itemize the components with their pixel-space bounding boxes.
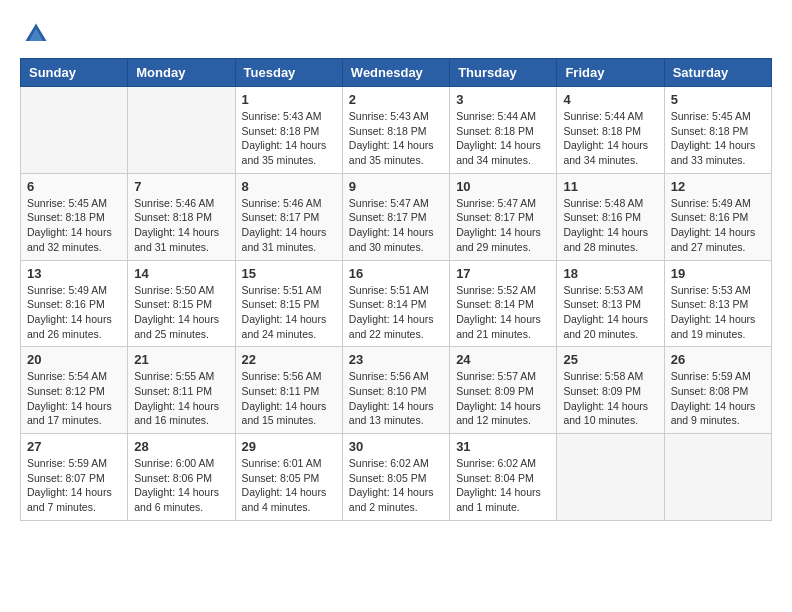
day-info: Sunrise: 6:02 AMSunset: 8:04 PMDaylight:… <box>456 456 550 515</box>
day-number: 8 <box>242 179 336 194</box>
day-number: 31 <box>456 439 550 454</box>
day-info: Sunrise: 5:47 AMSunset: 8:17 PMDaylight:… <box>456 196 550 255</box>
calendar-cell: 21Sunrise: 5:55 AMSunset: 8:11 PMDayligh… <box>128 347 235 434</box>
weekday-header-monday: Monday <box>128 59 235 87</box>
day-info: Sunrise: 5:56 AMSunset: 8:11 PMDaylight:… <box>242 369 336 428</box>
day-info: Sunrise: 5:49 AMSunset: 8:16 PMDaylight:… <box>27 283 121 342</box>
calendar-cell: 4Sunrise: 5:44 AMSunset: 8:18 PMDaylight… <box>557 87 664 174</box>
day-info: Sunrise: 5:46 AMSunset: 8:17 PMDaylight:… <box>242 196 336 255</box>
week-row-1: 1Sunrise: 5:43 AMSunset: 8:18 PMDaylight… <box>21 87 772 174</box>
day-info: Sunrise: 5:44 AMSunset: 8:18 PMDaylight:… <box>563 109 657 168</box>
day-number: 18 <box>563 266 657 281</box>
day-number: 25 <box>563 352 657 367</box>
calendar-cell: 28Sunrise: 6:00 AMSunset: 8:06 PMDayligh… <box>128 434 235 521</box>
weekday-header-saturday: Saturday <box>664 59 771 87</box>
day-number: 29 <box>242 439 336 454</box>
calendar-cell <box>21 87 128 174</box>
week-row-2: 6Sunrise: 5:45 AMSunset: 8:18 PMDaylight… <box>21 173 772 260</box>
day-number: 28 <box>134 439 228 454</box>
calendar-cell: 29Sunrise: 6:01 AMSunset: 8:05 PMDayligh… <box>235 434 342 521</box>
calendar-cell: 27Sunrise: 5:59 AMSunset: 8:07 PMDayligh… <box>21 434 128 521</box>
calendar-cell: 18Sunrise: 5:53 AMSunset: 8:13 PMDayligh… <box>557 260 664 347</box>
day-number: 13 <box>27 266 121 281</box>
day-number: 16 <box>349 266 443 281</box>
calendar-cell: 6Sunrise: 5:45 AMSunset: 8:18 PMDaylight… <box>21 173 128 260</box>
calendar-cell: 7Sunrise: 5:46 AMSunset: 8:18 PMDaylight… <box>128 173 235 260</box>
day-info: Sunrise: 5:47 AMSunset: 8:17 PMDaylight:… <box>349 196 443 255</box>
calendar-cell: 15Sunrise: 5:51 AMSunset: 8:15 PMDayligh… <box>235 260 342 347</box>
week-row-5: 27Sunrise: 5:59 AMSunset: 8:07 PMDayligh… <box>21 434 772 521</box>
day-number: 9 <box>349 179 443 194</box>
day-info: Sunrise: 5:58 AMSunset: 8:09 PMDaylight:… <box>563 369 657 428</box>
day-number: 26 <box>671 352 765 367</box>
day-number: 1 <box>242 92 336 107</box>
day-number: 2 <box>349 92 443 107</box>
calendar-cell: 22Sunrise: 5:56 AMSunset: 8:11 PMDayligh… <box>235 347 342 434</box>
day-info: Sunrise: 6:02 AMSunset: 8:05 PMDaylight:… <box>349 456 443 515</box>
weekday-header-friday: Friday <box>557 59 664 87</box>
day-info: Sunrise: 5:43 AMSunset: 8:18 PMDaylight:… <box>349 109 443 168</box>
weekday-header-row: SundayMondayTuesdayWednesdayThursdayFrid… <box>21 59 772 87</box>
day-info: Sunrise: 5:53 AMSunset: 8:13 PMDaylight:… <box>671 283 765 342</box>
day-info: Sunrise: 5:57 AMSunset: 8:09 PMDaylight:… <box>456 369 550 428</box>
calendar-cell: 2Sunrise: 5:43 AMSunset: 8:18 PMDaylight… <box>342 87 449 174</box>
calendar-cell: 5Sunrise: 5:45 AMSunset: 8:18 PMDaylight… <box>664 87 771 174</box>
calendar-cell <box>664 434 771 521</box>
calendar-cell: 10Sunrise: 5:47 AMSunset: 8:17 PMDayligh… <box>450 173 557 260</box>
day-number: 22 <box>242 352 336 367</box>
day-info: Sunrise: 6:00 AMSunset: 8:06 PMDaylight:… <box>134 456 228 515</box>
calendar-cell: 17Sunrise: 5:52 AMSunset: 8:14 PMDayligh… <box>450 260 557 347</box>
calendar-cell: 12Sunrise: 5:49 AMSunset: 8:16 PMDayligh… <box>664 173 771 260</box>
day-number: 14 <box>134 266 228 281</box>
day-number: 5 <box>671 92 765 107</box>
calendar-cell: 31Sunrise: 6:02 AMSunset: 8:04 PMDayligh… <box>450 434 557 521</box>
calendar-cell: 11Sunrise: 5:48 AMSunset: 8:16 PMDayligh… <box>557 173 664 260</box>
logo-icon <box>22 20 50 48</box>
calendar-cell: 20Sunrise: 5:54 AMSunset: 8:12 PMDayligh… <box>21 347 128 434</box>
day-number: 4 <box>563 92 657 107</box>
day-number: 24 <box>456 352 550 367</box>
weekday-header-sunday: Sunday <box>21 59 128 87</box>
day-info: Sunrise: 5:56 AMSunset: 8:10 PMDaylight:… <box>349 369 443 428</box>
week-row-4: 20Sunrise: 5:54 AMSunset: 8:12 PMDayligh… <box>21 347 772 434</box>
day-info: Sunrise: 5:48 AMSunset: 8:16 PMDaylight:… <box>563 196 657 255</box>
day-info: Sunrise: 5:46 AMSunset: 8:18 PMDaylight:… <box>134 196 228 255</box>
calendar-cell: 3Sunrise: 5:44 AMSunset: 8:18 PMDaylight… <box>450 87 557 174</box>
calendar-cell <box>557 434 664 521</box>
day-info: Sunrise: 5:49 AMSunset: 8:16 PMDaylight:… <box>671 196 765 255</box>
weekday-header-thursday: Thursday <box>450 59 557 87</box>
day-info: Sunrise: 5:50 AMSunset: 8:15 PMDaylight:… <box>134 283 228 342</box>
day-info: Sunrise: 5:54 AMSunset: 8:12 PMDaylight:… <box>27 369 121 428</box>
calendar-cell: 25Sunrise: 5:58 AMSunset: 8:09 PMDayligh… <box>557 347 664 434</box>
day-info: Sunrise: 5:51 AMSunset: 8:15 PMDaylight:… <box>242 283 336 342</box>
calendar-cell: 13Sunrise: 5:49 AMSunset: 8:16 PMDayligh… <box>21 260 128 347</box>
calendar-cell: 26Sunrise: 5:59 AMSunset: 8:08 PMDayligh… <box>664 347 771 434</box>
day-info: Sunrise: 5:59 AMSunset: 8:08 PMDaylight:… <box>671 369 765 428</box>
day-info: Sunrise: 6:01 AMSunset: 8:05 PMDaylight:… <box>242 456 336 515</box>
calendar-cell: 23Sunrise: 5:56 AMSunset: 8:10 PMDayligh… <box>342 347 449 434</box>
day-info: Sunrise: 5:45 AMSunset: 8:18 PMDaylight:… <box>671 109 765 168</box>
day-number: 10 <box>456 179 550 194</box>
day-info: Sunrise: 5:51 AMSunset: 8:14 PMDaylight:… <box>349 283 443 342</box>
page-header <box>20 20 772 48</box>
day-info: Sunrise: 5:45 AMSunset: 8:18 PMDaylight:… <box>27 196 121 255</box>
day-info: Sunrise: 5:59 AMSunset: 8:07 PMDaylight:… <box>27 456 121 515</box>
calendar-cell: 8Sunrise: 5:46 AMSunset: 8:17 PMDaylight… <box>235 173 342 260</box>
calendar-cell: 19Sunrise: 5:53 AMSunset: 8:13 PMDayligh… <box>664 260 771 347</box>
day-number: 19 <box>671 266 765 281</box>
day-info: Sunrise: 5:44 AMSunset: 8:18 PMDaylight:… <box>456 109 550 168</box>
day-number: 7 <box>134 179 228 194</box>
calendar-cell <box>128 87 235 174</box>
day-number: 17 <box>456 266 550 281</box>
day-number: 20 <box>27 352 121 367</box>
calendar-cell: 30Sunrise: 6:02 AMSunset: 8:05 PMDayligh… <box>342 434 449 521</box>
calendar-cell: 16Sunrise: 5:51 AMSunset: 8:14 PMDayligh… <box>342 260 449 347</box>
day-number: 12 <box>671 179 765 194</box>
day-info: Sunrise: 5:55 AMSunset: 8:11 PMDaylight:… <box>134 369 228 428</box>
day-number: 27 <box>27 439 121 454</box>
calendar-cell: 14Sunrise: 5:50 AMSunset: 8:15 PMDayligh… <box>128 260 235 347</box>
calendar-cell: 9Sunrise: 5:47 AMSunset: 8:17 PMDaylight… <box>342 173 449 260</box>
calendar-cell: 1Sunrise: 5:43 AMSunset: 8:18 PMDaylight… <box>235 87 342 174</box>
day-number: 3 <box>456 92 550 107</box>
day-number: 30 <box>349 439 443 454</box>
